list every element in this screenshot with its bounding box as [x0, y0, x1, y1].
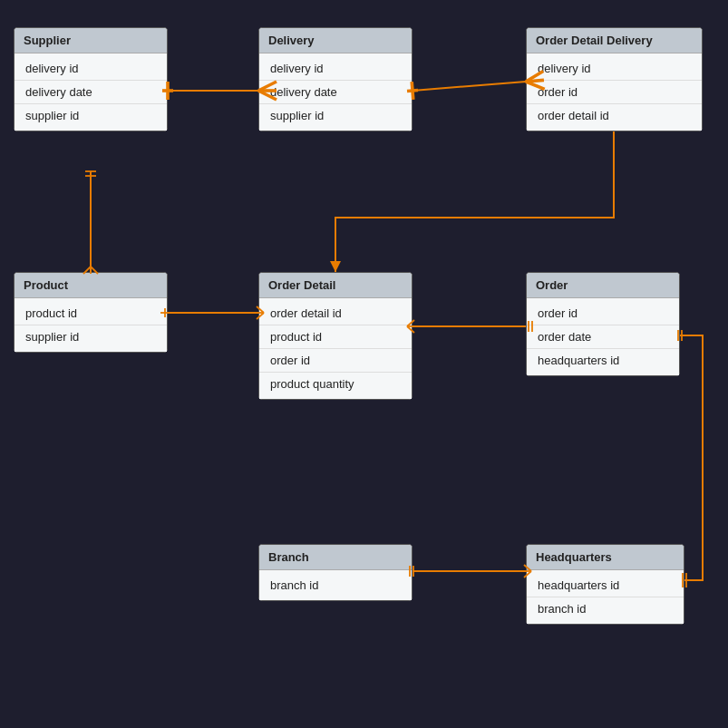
field-od-product-id: product id	[259, 325, 412, 349]
entity-order-detail: Order Detail order detail id product id …	[258, 272, 413, 400]
field-delivery-supplier-id: supplier id	[259, 104, 412, 127]
field-delivery-delivery-date: delivery date	[259, 81, 412, 104]
field-hq-branch-id: branch id	[527, 597, 684, 620]
entity-branch-header: Branch	[259, 545, 412, 570]
entity-order-detail-header: Order Detail	[259, 273, 412, 298]
field-product-product-id: product id	[15, 302, 167, 325]
field-odd-order-id: order id	[527, 81, 702, 104]
field-odd-order-detail-id: order detail id	[527, 104, 702, 127]
connector-odd-od	[335, 131, 614, 272]
entity-product-header: Product	[15, 273, 167, 298]
field-branch-branch-id: branch id	[259, 574, 412, 597]
entity-order-detail-delivery-header: Order Detail Delivery	[527, 28, 702, 53]
field-product-supplier-id: supplier id	[15, 325, 167, 348]
field-order-headquarters-id: headquarters id	[527, 349, 679, 372]
entity-delivery-body: delivery id delivery date supplier id	[259, 53, 412, 131]
entity-product: Product product id supplier id	[14, 272, 168, 353]
field-odd-delivery-id: delivery id	[527, 57, 702, 81]
entity-order-header: Order	[527, 273, 679, 298]
entity-delivery-header: Delivery	[259, 28, 412, 53]
diagram-container: Supplier delivery id delivery date suppl…	[0, 0, 728, 728]
field-od-order-id: order id	[259, 349, 412, 373]
field-supplier-supplier-id: supplier id	[15, 104, 167, 127]
field-order-order-id: order id	[527, 302, 679, 325]
entity-order-detail-body: order detail id product id order id prod…	[259, 298, 412, 399]
entity-headquarters: Headquarters headquarters id branch id	[526, 544, 684, 625]
connector-delivery-odd	[413, 82, 526, 91]
entity-headquarters-header: Headquarters	[527, 545, 684, 570]
entity-supplier: Supplier delivery id delivery date suppl…	[14, 27, 168, 131]
entity-order: Order order id order date headquarters i…	[526, 272, 680, 376]
field-order-order-date: order date	[527, 325, 679, 349]
entity-supplier-header: Supplier	[15, 28, 167, 53]
field-supplier-delivery-date: delivery date	[15, 81, 167, 104]
entity-supplier-body: delivery id delivery date supplier id	[15, 53, 167, 131]
field-hq-headquarters-id: headquarters id	[527, 574, 684, 597]
field-supplier-delivery-id: delivery id	[15, 57, 167, 81]
field-od-order-detail-id: order detail id	[259, 302, 412, 325]
entity-product-body: product id supplier id	[15, 298, 167, 352]
entity-order-body: order id order date headquarters id	[527, 298, 679, 375]
field-od-product-quantity: product quantity	[259, 373, 412, 395]
connector-order-hq	[680, 335, 703, 580]
entity-branch: Branch branch id	[258, 544, 413, 601]
entity-headquarters-body: headquarters id branch id	[527, 570, 684, 624]
entity-order-detail-delivery: Order Detail Delivery delivery id order …	[526, 27, 703, 131]
connector-odd-od-arrow	[330, 261, 341, 272]
entity-order-detail-delivery-body: delivery id order id order detail id	[527, 53, 702, 131]
entity-branch-body: branch id	[259, 570, 412, 600]
entity-delivery: Delivery delivery id delivery date suppl…	[258, 27, 413, 131]
field-delivery-delivery-id: delivery id	[259, 57, 412, 81]
